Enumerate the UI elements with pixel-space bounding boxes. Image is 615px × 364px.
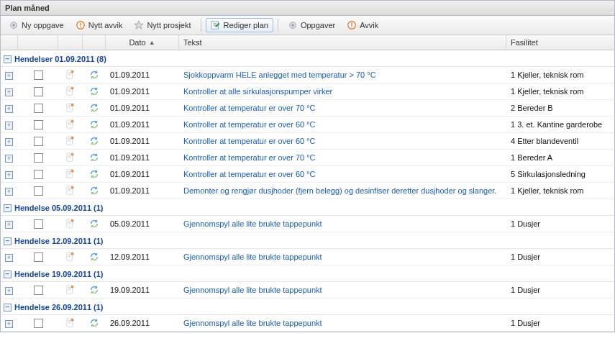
row-checkbox[interactable] bbox=[34, 186, 43, 196]
tasks-button[interactable]: Oppgaver bbox=[283, 18, 340, 32]
cell-text-link[interactable]: Kontroller at alle sirkulasjonspumper vi… bbox=[183, 87, 332, 96]
expand-icon[interactable]: + bbox=[5, 105, 13, 113]
cell-text-link[interactable]: Gjennomspyl alle lite brukte tappepunkt bbox=[183, 286, 322, 294]
collapse-icon[interactable]: − bbox=[4, 270, 12, 278]
cell-text-link[interactable]: Sjokkoppvarm HELE anlegget med temperatu… bbox=[183, 70, 376, 79]
expand-icon[interactable]: + bbox=[5, 138, 13, 146]
refresh-icon[interactable] bbox=[89, 186, 99, 196]
expand-icon[interactable]: + bbox=[5, 72, 13, 80]
group-header[interactable]: −Hendelse 19.09.2011 (1) bbox=[1, 265, 614, 282]
row-checkbox[interactable] bbox=[34, 252, 43, 262]
document-icon[interactable] bbox=[65, 186, 76, 196]
group-header[interactable]: −Hendelser 01.09.2011 (8) bbox=[1, 50, 614, 67]
svg-point-15 bbox=[71, 87, 74, 90]
table-row: +01.09.2011Kontroller at temperatur er o… bbox=[1, 150, 614, 166]
refresh-icon[interactable] bbox=[89, 169, 99, 179]
row-checkbox[interactable] bbox=[34, 286, 43, 295]
refresh-icon[interactable] bbox=[89, 70, 99, 80]
document-icon[interactable] bbox=[65, 169, 76, 179]
svg-marker-5 bbox=[135, 21, 143, 29]
svg-point-19 bbox=[71, 120, 74, 123]
expand-icon[interactable]: + bbox=[5, 221, 13, 229]
row-checkbox[interactable] bbox=[34, 137, 43, 146]
cell-text-link[interactable]: Gjennomspyl alle lite brukte tappepunkt bbox=[183, 252, 322, 261]
expand-icon[interactable]: + bbox=[5, 88, 13, 96]
row-checkbox[interactable] bbox=[34, 219, 43, 229]
deviations-button[interactable]: Avvik bbox=[342, 18, 383, 32]
document-icon[interactable] bbox=[65, 252, 76, 262]
new-task-button[interactable]: Ny oppgave bbox=[4, 18, 69, 32]
document-icon[interactable] bbox=[65, 153, 76, 163]
row-checkbox[interactable] bbox=[34, 120, 43, 129]
expand-icon[interactable]: + bbox=[5, 122, 13, 129]
refresh-icon[interactable] bbox=[89, 103, 99, 113]
svg-point-23 bbox=[71, 153, 74, 156]
panel-title: Plan måned bbox=[1, 1, 614, 16]
document-icon[interactable] bbox=[65, 70, 76, 80]
row-checkbox[interactable] bbox=[34, 153, 43, 163]
refresh-icon[interactable] bbox=[89, 136, 99, 146]
expand-icon[interactable]: + bbox=[5, 188, 13, 196]
refresh-icon[interactable] bbox=[89, 153, 99, 163]
collapse-icon[interactable]: − bbox=[4, 304, 12, 311]
document-icon[interactable] bbox=[65, 219, 76, 229]
refresh-icon[interactable] bbox=[89, 252, 99, 262]
expand-icon[interactable]: + bbox=[5, 155, 13, 163]
column-date[interactable]: Dato ▲ bbox=[106, 35, 179, 50]
row-checkbox[interactable] bbox=[34, 70, 43, 80]
new-project-button[interactable]: Nytt prosjekt bbox=[129, 18, 196, 32]
cell-text-link[interactable]: Kontroller at temperatur er over 70 °C bbox=[183, 153, 316, 162]
svg-rect-11 bbox=[352, 27, 352, 27]
row-checkbox[interactable] bbox=[34, 170, 43, 179]
cell-date: 01.09.2011 bbox=[106, 152, 179, 163]
cell-text-link[interactable]: Demonter og rengjør dusjhoder (fjern bel… bbox=[183, 186, 496, 195]
group-header[interactable]: −Hendelse 12.09.2011 (1) bbox=[1, 232, 614, 249]
document-icon[interactable] bbox=[65, 103, 76, 113]
collapse-icon[interactable]: − bbox=[4, 55, 12, 63]
refresh-icon[interactable] bbox=[89, 318, 99, 328]
table-row: +01.09.2011Kontroller at temperatur er o… bbox=[1, 166, 614, 183]
column-facility[interactable]: Fasilitet bbox=[506, 35, 614, 50]
group-header[interactable]: −Hendelse 05.09.2011 (1) bbox=[1, 199, 614, 216]
svg-point-35 bbox=[71, 319, 74, 322]
svg-point-27 bbox=[71, 186, 74, 189]
refresh-icon[interactable] bbox=[89, 119, 99, 129]
svg-rect-4 bbox=[80, 27, 81, 27]
cell-text-link[interactable]: Gjennomspyl alle lite brukte tappepunkt bbox=[183, 319, 322, 327]
cell-text-link[interactable]: Kontroller at temperatur er over 60 °C bbox=[183, 137, 316, 145]
document-icon[interactable] bbox=[65, 136, 76, 146]
row-checkbox[interactable] bbox=[34, 104, 43, 113]
new-task-label: Ny oppgave bbox=[22, 21, 64, 29]
document-icon[interactable] bbox=[65, 318, 76, 328]
group-header[interactable]: −Hendelse 26.09.2011 (1) bbox=[1, 299, 614, 315]
expand-icon[interactable]: + bbox=[5, 287, 13, 295]
grid-body: −Hendelser 01.09.2011 (8)+01.09.2011Sjok… bbox=[1, 50, 614, 332]
collapse-icon[interactable]: − bbox=[4, 237, 12, 245]
row-checkbox[interactable] bbox=[34, 319, 43, 328]
document-icon[interactable] bbox=[65, 119, 76, 129]
cell-text-link[interactable]: Gjennomspyl alle lite brukte tappepunkt bbox=[183, 219, 322, 228]
cell-text-link[interactable]: Kontroller at temperatur er over 70 °C bbox=[183, 104, 316, 112]
cell-facility: 1 Kjeller, teknisk rom bbox=[506, 69, 614, 81]
refresh-icon[interactable] bbox=[89, 86, 99, 96]
cell-text-link[interactable]: Kontroller at temperatur er over 60 °C bbox=[183, 120, 316, 129]
edit-plan-button[interactable]: Rediger plan bbox=[206, 18, 273, 32]
table-row: +01.09.2011Kontroller at temperatur er o… bbox=[1, 100, 614, 117]
toolbar-separator bbox=[278, 19, 278, 32]
svg-point-31 bbox=[71, 252, 74, 255]
new-deviation-button[interactable]: Nytt avvik bbox=[70, 18, 128, 32]
cell-facility: 1 3. et. Kantine garderobe bbox=[506, 119, 614, 130]
row-checkbox[interactable] bbox=[34, 87, 43, 96]
document-icon[interactable] bbox=[65, 285, 76, 295]
cell-text-link[interactable]: Kontroller at temperatur er over 60 °C bbox=[183, 170, 316, 178]
expand-icon[interactable]: + bbox=[5, 320, 13, 328]
expand-icon[interactable]: + bbox=[5, 254, 13, 262]
refresh-icon[interactable] bbox=[89, 219, 99, 229]
tasks-label: Oppgaver bbox=[301, 21, 335, 29]
column-text[interactable]: Tekst bbox=[179, 35, 506, 50]
expand-icon[interactable]: + bbox=[5, 171, 13, 179]
toolbar: Ny oppgave Nytt avvik Nytt prosjekt Redi… bbox=[1, 16, 614, 35]
document-icon[interactable] bbox=[65, 86, 76, 96]
refresh-icon[interactable] bbox=[89, 285, 99, 295]
collapse-icon[interactable]: − bbox=[4, 204, 12, 212]
